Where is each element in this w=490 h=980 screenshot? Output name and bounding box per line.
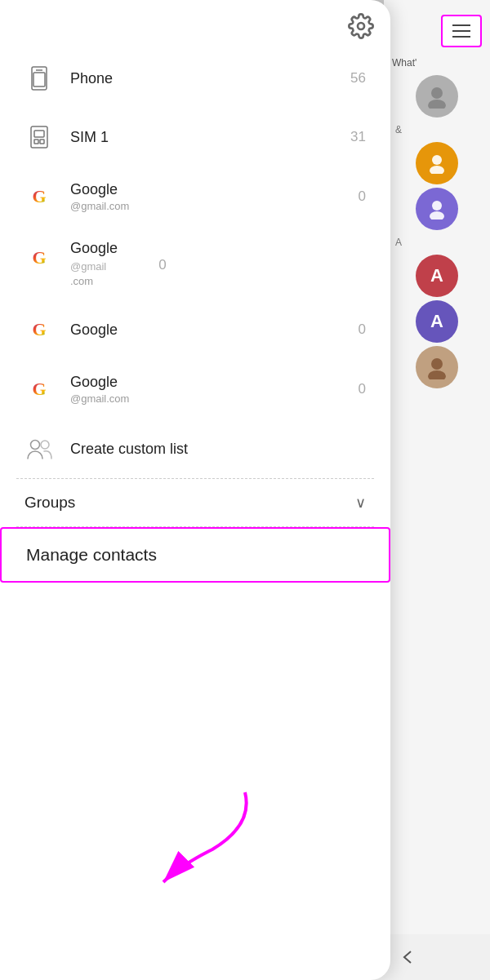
contact-avatar-3 [416,188,458,230]
menu-item-google2[interactable]: G Google @gmail 0 .com [0,227,390,300]
drawer-top-bar [0,0,390,49]
svg-rect-15 [40,140,44,144]
right-panel-header [384,8,490,54]
sim1-item-title: SIM 1 [70,129,350,146]
menu-item-create-custom-list[interactable]: Create custom list [0,419,390,478]
hamburger-line-2 [452,30,470,32]
google4-item-count: 0 [359,381,366,397]
people-icon [24,434,54,463]
google4-item-content: Google @gmail.com [70,374,359,405]
svg-point-7 [428,370,446,379]
svg-point-0 [431,87,443,99]
menu-item-phone[interactable]: Phone 56 [0,49,390,108]
google2-item-count: 0 [158,257,166,273]
google4-item-title: Google [70,374,359,391]
menu-item-google3[interactable]: G Google 0 [0,300,390,359]
settings-button[interactable] [348,13,374,42]
create-custom-list-title: Create custom list [70,441,366,458]
contact-avatar-2 [416,142,458,184]
phone-item-content: Phone [70,70,350,87]
svg-point-2 [432,155,442,165]
contact-avatar-4: A [416,255,458,297]
back-nav-button[interactable] [384,941,433,973]
contact-avatar-5: A [416,300,458,343]
ampersand-label: & [384,121,490,139]
hamburger-line-3 [452,36,470,38]
google2-item-title: Google [70,240,366,257]
sim1-item-content: SIM 1 [70,129,350,146]
contact-avatar-1 [416,75,458,118]
manage-contacts-button[interactable]: Manage contacts [0,527,390,583]
svg-point-6 [431,358,443,370]
svg-point-5 [430,211,444,220]
svg-point-4 [432,201,442,211]
google2-item-subtitle-part1: @gmail [70,260,106,273]
google2-item-subtitle-part2: .com [70,275,366,287]
google3-item-content: Google [70,321,359,339]
chevron-down-icon: ∨ [355,494,366,512]
google3-item-title: Google [70,321,359,339]
manage-contacts-label: Manage contacts [26,545,364,565]
svg-rect-14 [34,140,38,144]
hamburger-button[interactable] [441,15,482,47]
groups-label: Groups [24,494,355,512]
phone-item-count: 56 [350,70,366,86]
groups-row[interactable]: Groups ∨ [0,479,390,526]
sim1-item-count: 31 [350,129,366,145]
google-icon-1: G [24,182,54,211]
drawer: Phone 56 SIM 1 31 G [0,0,390,980]
menu-item-sim1[interactable]: SIM 1 31 [0,108,390,166]
google-icon-3: G [24,315,54,344]
svg-point-16 [31,441,40,450]
svg-point-1 [428,100,446,109]
svg-point-17 [41,441,49,449]
hamburger-line-1 [452,24,470,26]
google3-item-count: 0 [359,321,366,338]
google2-item-content: Google @gmail 0 .com [70,240,366,287]
section-a-label: A [384,233,490,251]
google1-item-content: Google @gmail.com [70,181,359,212]
google1-item-title: Google [70,181,359,198]
right-panel: What' & A A A [384,0,490,980]
menu-item-google4[interactable]: G Google @gmail.com 0 [0,359,390,419]
google-icon-4: G [24,375,54,404]
svg-point-8 [358,23,364,29]
svg-point-3 [430,166,444,174]
create-custom-list-content: Create custom list [70,441,366,458]
svg-rect-13 [34,131,44,137]
google1-item-count: 0 [359,188,366,205]
phone-item-title: Phone [70,70,350,87]
phone-icon [24,64,54,93]
menu-item-google1[interactable]: G Google @gmail.com 0 [0,166,390,227]
whats-label: What' [384,54,490,72]
sim-icon [24,122,54,152]
svg-rect-11 [33,73,45,86]
menu-items-list: Phone 56 SIM 1 31 G [0,49,390,980]
google4-item-subtitle: @gmail.com [70,392,359,405]
google-icon-2: G [24,243,54,273]
google1-item-subtitle: @gmail.com [70,200,359,212]
contact-avatar-6 [416,346,458,388]
